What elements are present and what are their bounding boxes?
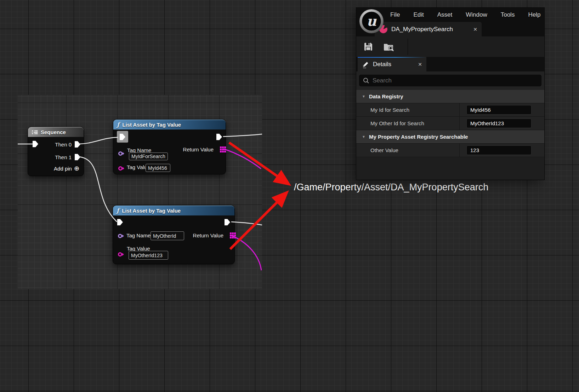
then1-pin-label: Then 1 [55,154,72,160]
sequence-node[interactable]: Sequence Then 0 Then 1 Add pin ⊕ [28,127,84,176]
asset-path-annotation: /Game/Property/Asset/DA_MyPropertySearch [294,182,488,193]
menu-edit[interactable]: Edit [413,11,424,18]
bottom-node-header[interactable]: ƒ List Asset by Tag Value [113,206,234,215]
bottom-node-exec-in-pin[interactable] [117,219,123,225]
collapse-arrow-icon[interactable]: ▼ [362,135,365,139]
svg-text:u: u [367,13,377,29]
blueprint-editor-canvas: Sequence Then 0 Then 1 Add pin ⊕ ƒ List … [0,0,579,392]
section-header-data-registry[interactable]: ▼ Data Registry [356,90,544,103]
bottom-tag-name-input[interactable] [151,231,184,240]
bottom-tag-name-pin[interactable] [118,234,124,238]
top-node-exec-in-highlight [117,131,128,143]
menu-help[interactable]: Help [528,11,540,18]
document-tab[interactable]: DA_MyPropertySearch ✕ [375,22,482,36]
collapse-arrow-icon[interactable]: ▼ [362,94,365,98]
bottom-tag-value-pin[interactable] [118,252,124,257]
property-label: Other Value [370,147,398,153]
bottom-tag-value-input[interactable] [129,251,168,260]
save-icon [363,42,373,52]
top-node-header[interactable]: ƒ List Asset by Tag Value [113,120,226,129]
editor-panel: u File Edit Asset Window Tools Help DA_M… [356,8,544,180]
browse-to-asset-button[interactable] [383,42,394,52]
property-row-my-id-for-search: My Id for Search [356,103,544,117]
document-tab-close-icon[interactable]: ✕ [473,27,477,32]
bottom-return-value-label: Return Value [193,232,223,238]
document-tab-title: DA_MyPropertySearch [391,26,453,33]
menu-window[interactable]: Window [466,11,487,18]
details-tab-close-icon[interactable]: ✕ [418,62,422,67]
function-icon: ƒ [117,208,119,214]
bottom-node-exec-out-pin[interactable] [225,219,230,225]
toolbar [356,36,544,57]
details-tab[interactable]: Details ✕ [358,57,426,71]
section-title: Data Registry [369,93,403,99]
section-title: My Property Asset Registry Searchable [369,134,468,140]
property-row-other-value: Other Value [356,144,544,157]
then0-pin-label: Then 0 [55,142,72,148]
top-node-exec-in-pin[interactable] [120,134,125,140]
details-tab-title: Details [373,61,391,68]
bottom-tag-name-label: Tag Name [126,232,151,238]
details-search-input[interactable] [373,77,538,84]
other-value-input[interactable] [466,145,532,155]
details-search-row [356,71,544,90]
browse-folder-search-icon [383,42,394,52]
top-node-exec-out-pin[interactable] [216,134,222,140]
details-panel-footer [356,157,544,180]
top-tag-value-pin[interactable] [118,166,124,171]
property-row-my-other-id-for-search: My Other Id for Search [356,117,544,130]
details-tab-row: Details ✕ [356,57,544,71]
top-tag-value-input[interactable] [146,164,170,172]
top-node-title: List Asset by Tag Value [122,122,181,128]
menu-tools[interactable]: Tools [501,11,515,18]
sequence-icon [32,130,38,134]
add-pin-button[interactable]: Add pin ⊕ [54,165,79,172]
menu-file[interactable]: File [390,11,400,18]
add-pin-label: Add pin [54,166,72,172]
top-return-value-pin[interactable] [220,146,222,148]
list-asset-by-tag-value-node-top[interactable]: ƒ List Asset by Tag Value Tag Name Retur… [113,119,226,174]
search-icon [363,77,369,84]
document-tab-row: DA_MyPropertySearch ✕ [356,22,544,36]
sequence-node-title: Sequence [41,129,66,135]
save-button[interactable] [363,42,373,52]
bottom-node-title: List Asset by Tag Value [122,208,181,214]
top-return-value-label: Return Value [183,146,214,152]
my-other-id-for-search-input[interactable] [466,119,532,128]
add-pin-plus-icon: ⊕ [74,165,79,172]
my-id-for-search-input[interactable] [466,105,532,115]
sequence-exec-in-pin[interactable] [33,141,38,147]
menu-bar: File Edit Asset Window Tools Help [356,8,544,22]
details-search-box[interactable] [359,75,541,86]
menu-asset[interactable]: Asset [437,11,453,18]
property-label: My Other Id for Search [370,120,424,126]
details-pencil-icon [362,60,370,68]
bottom-return-value-pin[interactable] [230,232,232,234]
list-asset-by-tag-value-node-bottom[interactable]: ƒ List Asset by Tag Value Tag Name Retur… [113,205,235,264]
top-tag-name-input[interactable] [129,152,168,160]
unreal-engine-logo: u [359,9,384,34]
section-header-my-property-asset-registry-searchable[interactable]: ▼ My Property Asset Registry Searchable [356,130,544,144]
property-label: My Id for Search [370,107,409,113]
top-tag-name-pin[interactable] [118,151,124,156]
toolbar-divider [408,39,408,55]
function-icon: ƒ [117,122,119,128]
sequence-node-header[interactable]: Sequence [28,127,84,137]
